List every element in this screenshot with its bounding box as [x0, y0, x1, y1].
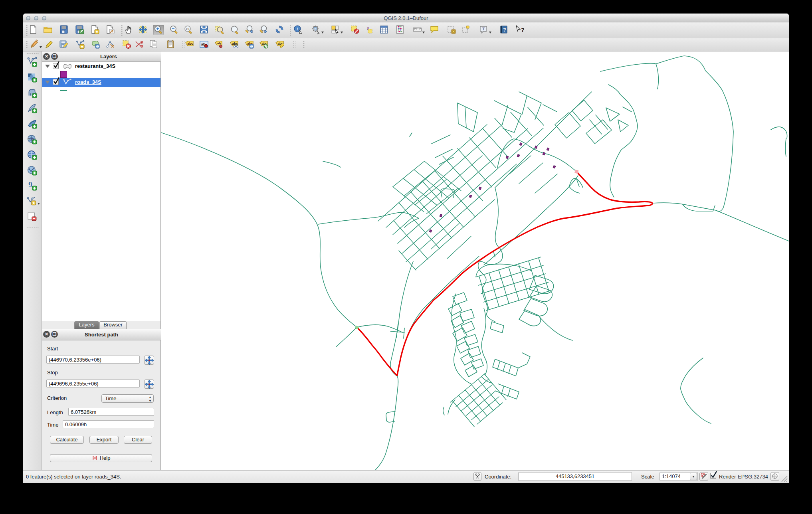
svg-text:9: 9 — [28, 180, 32, 189]
svg-text:abc: abc — [232, 42, 238, 45]
svg-text:T: T — [482, 27, 485, 31]
svg-text:?: ? — [503, 27, 506, 33]
svg-text:i: i — [297, 26, 298, 31]
svg-text:?: ? — [521, 27, 524, 33]
svg-text:abc: abc — [187, 42, 193, 45]
svg-text:1:1: 1:1 — [186, 28, 190, 30]
